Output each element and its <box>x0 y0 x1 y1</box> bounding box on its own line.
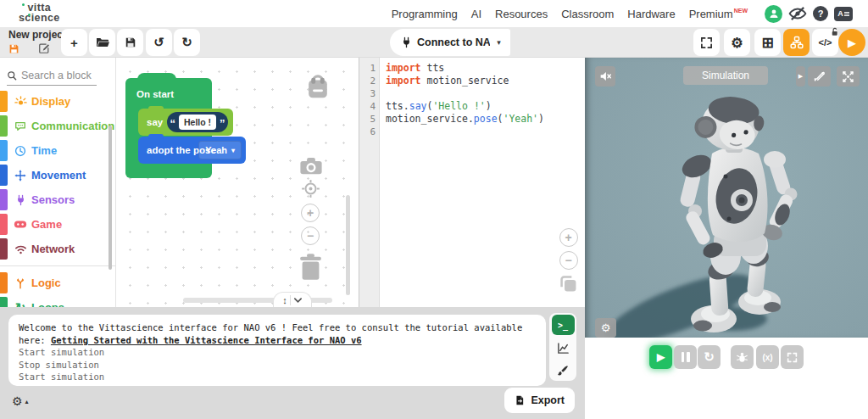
restart-simulation-button[interactable]: ↻ <box>698 345 721 369</box>
logo-green-dot <box>22 3 25 6</box>
simulation-fullscreen-button[interactable] <box>781 345 804 369</box>
adopt-pose-block[interactable]: adopt the pose Yeah ▾ <box>138 137 246 164</box>
search-icon <box>7 70 17 81</box>
python-code-panel[interactable]: 123456 import ttsimport motion_service t… <box>359 58 585 307</box>
eye-slash-icon[interactable] <box>788 6 807 21</box>
code-editor[interactable]: import ttsimport motion_service tts.say(… <box>380 58 585 307</box>
undo-button[interactable]: ↺ <box>146 29 172 56</box>
simulation-viewport[interactable]: Simulation ▶ ⚙ <box>585 58 868 338</box>
user-avatar[interactable] <box>765 5 782 23</box>
block-search-input[interactable]: Search a block <box>7 70 97 86</box>
variables-button[interactable]: (x) <box>756 345 779 369</box>
project-toolbar: New project + ↺ ↻ Connect to NAO ▾ ⚙ ⊞ <… <box>0 27 868 58</box>
console-section: Welcome to the Vittascience interface fo… <box>0 307 585 419</box>
nav-item-programming[interactable]: Programming <box>392 8 458 20</box>
copy-code-icon[interactable] <box>559 274 578 293</box>
screenshot-camera-icon[interactable] <box>299 156 323 176</box>
category-label: Loops <box>31 301 64 307</box>
connect-label: Connect to NAO <box>417 36 499 48</box>
debug-robot-button[interactable] <box>731 345 754 369</box>
rename-project-icon[interactable] <box>38 42 50 54</box>
project-name[interactable]: New project <box>8 29 66 41</box>
panel-expand-arrow-button[interactable]: ▶ <box>796 66 805 87</box>
sidebar-item-logic[interactable]: Logic <box>0 271 115 295</box>
chevron-down-icon[interactable] <box>293 297 303 304</box>
nav-item-hardware[interactable]: Hardware <box>627 8 675 20</box>
line-number: 4 <box>359 100 379 113</box>
plus-icon: + <box>307 206 314 220</box>
translate-icon[interactable]: A <box>834 7 853 21</box>
clear-console-button[interactable] <box>552 360 575 381</box>
code-zoom-in-button[interactable]: + <box>559 228 578 247</box>
draw-trajectory-button[interactable] <box>808 66 831 87</box>
search-placeholder: Search a block <box>21 70 92 81</box>
chart-tab-button[interactable] <box>552 338 575 358</box>
grid-view-button[interactable]: ⊞ <box>754 29 781 56</box>
gamepad-icon <box>14 220 27 229</box>
tutorial-link[interactable]: Getting Started with the Vittascience In… <box>51 335 362 345</box>
sidebar-item-game[interactable]: Game <box>0 212 115 237</box>
save-project-button[interactable] <box>117 29 143 56</box>
line-number: 5 <box>359 113 379 126</box>
line-number-gutter: 123456 <box>359 58 380 307</box>
nao-robot-figure[interactable] <box>585 58 868 338</box>
nav-item-ai[interactable]: AI <box>471 8 481 20</box>
nav-item-classroom[interactable]: Classroom <box>561 8 614 20</box>
line-number: 3 <box>359 87 379 100</box>
nav-item-resources[interactable]: Resources <box>495 8 548 20</box>
fullscreen-button[interactable] <box>693 29 720 56</box>
sidebar-item-communication[interactable]: Communication <box>0 114 115 138</box>
block-workspace[interactable]: On start say “ Hello ! ” adopt the pose … <box>116 58 359 307</box>
sidebar-item-display[interactable]: Display <box>0 89 115 114</box>
sidebar-item-loops[interactable]: ↻Loops <box>0 295 115 307</box>
canvas-vertical-scrollbar[interactable] <box>346 195 350 295</box>
open-project-button[interactable] <box>89 29 115 56</box>
caret-up-icon: ▴ <box>25 398 29 405</box>
say-block[interactable]: say “ Hello ! ” <box>138 109 233 136</box>
redo-button[interactable]: ↻ <box>174 29 200 56</box>
help-icon[interactable]: ? <box>813 6 828 21</box>
console-log-line: Stop simulation <box>19 359 536 372</box>
bug-icon <box>736 351 748 364</box>
sidebar-item-time[interactable]: Time <box>0 138 115 163</box>
center-camera-button[interactable] <box>837 66 860 87</box>
zoom-out-button[interactable]: − <box>301 226 320 245</box>
sidebar-scrollbar[interactable] <box>108 126 112 270</box>
console-tools: >_ <box>549 313 576 381</box>
blocks-view-button[interactable] <box>783 29 810 56</box>
gear-icon: ⚙ <box>12 394 23 408</box>
terminal-tab-button[interactable]: >_ <box>552 315 575 335</box>
sidebar-item-movement[interactable]: Movement <box>0 163 115 187</box>
speaker-mute-icon <box>599 71 612 81</box>
run-program-button[interactable]: ▶ <box>838 29 865 56</box>
code-zoom-out-button[interactable]: − <box>559 251 578 270</box>
simulation-settings-button[interactable]: ⚙ <box>595 318 616 338</box>
plus-icon: + <box>565 231 571 244</box>
premium-label: Premium <box>689 8 733 20</box>
pose-dropdown[interactable]: Yeah ▾ <box>198 141 242 159</box>
code-line: import tts <box>386 62 585 75</box>
export-button[interactable]: Export <box>504 388 575 413</box>
new-project-button[interactable]: + <box>61 29 87 56</box>
category-label: Game <box>31 218 62 231</box>
simulation-mode-label[interactable]: Simulation <box>683 66 768 85</box>
resize-handle[interactable]: ↕ <box>282 295 287 305</box>
sidebar-item-sensors[interactable]: Sensors <box>0 187 115 212</box>
backpack-icon[interactable] <box>304 73 331 102</box>
vittascience-logo[interactable]: vitta science <box>19 3 60 23</box>
nav-item-premium[interactable]: PremiumNEW <box>689 8 748 20</box>
settings-button[interactable]: ⚙ <box>724 29 750 56</box>
pause-simulation-button[interactable] <box>674 345 697 369</box>
trash-icon[interactable] <box>297 251 325 283</box>
start-simulation-button[interactable]: ▶ <box>649 345 672 369</box>
sidebar-item-network[interactable]: Network <box>0 237 115 261</box>
lamp-icon <box>14 95 27 108</box>
zoom-in-button[interactable]: + <box>301 204 320 222</box>
block-categories-sidebar: Search a block DisplayCommunicationTimeM… <box>0 58 116 307</box>
console-settings-toggle[interactable]: ⚙ ▴ <box>12 394 29 408</box>
center-view-target-icon[interactable] <box>301 179 320 198</box>
mute-button[interactable] <box>595 66 615 87</box>
say-value-pill: “ Hello ! ” <box>167 112 228 132</box>
console-output[interactable]: Welcome to the Vittascience interface fo… <box>8 315 546 386</box>
say-text-input[interactable]: Hello ! <box>179 115 216 130</box>
